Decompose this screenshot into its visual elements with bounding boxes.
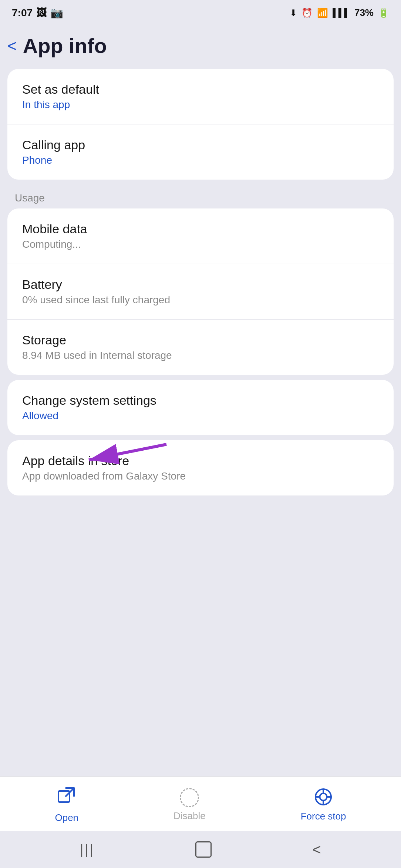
calling-app-subtitle: Phone [22, 154, 379, 166]
force-stop-icon [314, 788, 333, 808]
svg-rect-2 [58, 791, 70, 802]
set-as-default-item[interactable]: Set as default In this app [7, 69, 394, 124]
change-system-settings-card: Change system settings Allowed [7, 380, 394, 435]
force-stop-button[interactable]: Force stop [301, 788, 346, 822]
page-title: App info [23, 34, 107, 58]
camera-icon: 📷 [50, 7, 63, 19]
storage-item[interactable]: Storage 8.94 MB used in Internal storage [7, 320, 394, 375]
storage-subtitle: 8.94 MB used in Internal storage [22, 350, 379, 361]
disable-label: Disable [173, 810, 206, 822]
change-system-settings-title: Change system settings [22, 393, 379, 408]
status-left: 7:07 🖼 📷 [12, 7, 63, 19]
set-as-default-title: Set as default [22, 82, 379, 97]
change-system-settings-item[interactable]: Change system settings Allowed [7, 380, 394, 435]
back-nav-button[interactable]: < [313, 841, 321, 858]
bottom-nav-bar: Open Disable Force stop [0, 777, 401, 831]
svg-point-5 [320, 793, 327, 800]
usage-section-label: Usage [0, 185, 401, 208]
page-header: < App info [0, 23, 401, 69]
back-button[interactable]: < [7, 38, 17, 54]
mobile-data-item[interactable]: Mobile data Computing... [7, 208, 394, 264]
mobile-data-subtitle: Computing... [22, 238, 379, 250]
open-label: Open [55, 812, 78, 824]
app-details-item[interactable]: App details in store App downloaded from… [7, 440, 394, 495]
app-details-title: App details in store [22, 454, 379, 468]
change-system-settings-subtitle: Allowed [22, 410, 379, 422]
recent-apps-button[interactable]: ||| [80, 842, 95, 857]
calling-app-title: Calling app [22, 138, 379, 152]
image-icon: 🖼 [36, 7, 47, 19]
alarm-icon: ⏰ [301, 8, 313, 18]
battery-item[interactable]: Battery 0% used since last fully charged [7, 264, 394, 320]
battery-display: 73% [354, 7, 374, 19]
battery-subtitle: 0% used since last fully charged [22, 294, 379, 306]
disable-button[interactable]: Disable [173, 788, 206, 822]
system-nav-bar: ||| < [0, 831, 401, 868]
set-as-default-subtitle: In this app [22, 99, 379, 111]
usage-card: Mobile data Computing... Battery 0% used… [7, 208, 394, 375]
home-button[interactable] [195, 841, 212, 858]
app-details-subtitle: App downloaded from Galaxy Store [22, 470, 379, 482]
time-display: 7:07 [12, 7, 33, 19]
status-right: ⬇ ⏰ 📶 ▌▌▌ 73% 🔋 [290, 7, 389, 19]
defaults-card: Set as default In this app Calling app P… [7, 69, 394, 180]
wifi-icon: 📶 [317, 8, 328, 18]
open-icon [57, 786, 76, 809]
mobile-data-title: Mobile data [22, 222, 379, 236]
force-stop-label: Force stop [301, 811, 346, 822]
signal-icon: ▌▌▌ [333, 8, 350, 18]
app-details-card: App details in store App downloaded from… [7, 440, 394, 495]
status-bar: 7:07 🖼 📷 ⬇ ⏰ 📶 ▌▌▌ 73% 🔋 [0, 0, 401, 23]
battery-title: Battery [22, 277, 379, 292]
open-button[interactable]: Open [55, 786, 78, 824]
disable-icon [180, 788, 199, 807]
download-icon: ⬇ [290, 8, 297, 18]
battery-icon: 🔋 [378, 8, 389, 18]
calling-app-item[interactable]: Calling app Phone [7, 124, 394, 180]
storage-title: Storage [22, 333, 379, 347]
